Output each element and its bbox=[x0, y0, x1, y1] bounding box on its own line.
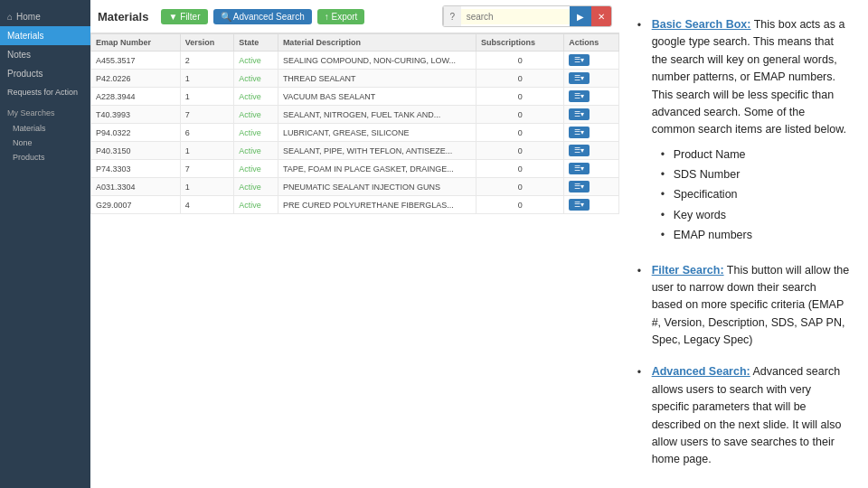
cell-version: 1 bbox=[180, 88, 234, 106]
table-row: P40.3150 1 Active SEALANT, PIPE, WITH TE… bbox=[91, 142, 619, 160]
documentation-panel: • Basic Search Box: This box acts as a g… bbox=[619, 0, 868, 488]
search-input[interactable] bbox=[461, 9, 570, 24]
cell-subscriptions: 0 bbox=[476, 88, 564, 106]
app-screenshot: ⌂ Home Materials Notes Products Requests… bbox=[0, 0, 619, 488]
cell-emap: T40.3993 bbox=[91, 106, 181, 124]
cell-actions: ☰▾ bbox=[564, 142, 618, 160]
search-help-icon[interactable]: ? bbox=[443, 6, 461, 26]
cell-state: Active bbox=[234, 142, 278, 160]
my-searches-none[interactable]: None bbox=[0, 136, 90, 150]
cell-actions: ☰▾ bbox=[564, 124, 618, 142]
cell-emap: A455.3517 bbox=[91, 52, 181, 70]
search-clear-button[interactable]: ✕ bbox=[591, 6, 611, 26]
cell-version: 1 bbox=[180, 142, 234, 160]
cell-actions: ☰▾ bbox=[564, 52, 618, 70]
doc-bullet-basic-search: • Basic Search Box: This box acts as a g… bbox=[637, 16, 850, 248]
cell-emap: A228.3944 bbox=[91, 88, 181, 106]
sidebar-item-materials[interactable]: Materials bbox=[0, 26, 90, 45]
cell-description: LUBRICANT, GREASE, SILICONE bbox=[278, 124, 476, 142]
cell-subscriptions: 0 bbox=[476, 178, 564, 196]
cell-subscriptions: 0 bbox=[476, 142, 564, 160]
my-searches-products[interactable]: Products bbox=[0, 150, 90, 164]
cell-version: 4 bbox=[180, 196, 234, 214]
table-row: T40.3993 7 Active SEALANT, NITROGEN, FUE… bbox=[91, 106, 619, 124]
col-version: Version bbox=[180, 34, 234, 52]
col-description: Material Description bbox=[278, 34, 476, 52]
cell-description: SEALING COMPOUND, NON-CURING, LOW... bbox=[278, 52, 476, 70]
col-state: State bbox=[234, 34, 278, 52]
row-action-button[interactable]: ☰▾ bbox=[569, 108, 590, 120]
search-go-button[interactable]: ▶ bbox=[570, 6, 591, 26]
cell-actions: ☰▾ bbox=[564, 106, 618, 124]
col-actions: Actions bbox=[564, 34, 618, 52]
cell-description: THREAD SEALANT bbox=[278, 70, 476, 88]
row-action-button[interactable]: ☰▾ bbox=[569, 145, 590, 156]
row-action-button[interactable]: ☰▾ bbox=[569, 90, 590, 102]
advanced-search-label: Advanced Search: bbox=[652, 365, 750, 378]
my-searches-label: My Searches bbox=[0, 105, 90, 121]
sidebar-item-requests[interactable]: Requests for Action bbox=[0, 83, 90, 101]
cell-version: 1 bbox=[180, 70, 234, 88]
row-action-button[interactable]: ☰▾ bbox=[569, 127, 590, 138]
sub-product-name-text: Product Name bbox=[674, 146, 746, 164]
sub-sds-number: • SDS Number bbox=[661, 166, 850, 183]
export-button[interactable]: ↑ Export bbox=[317, 9, 365, 24]
app-title: Materials bbox=[98, 10, 148, 23]
cell-state: Active bbox=[234, 52, 278, 70]
cell-subscriptions: 0 bbox=[476, 70, 564, 88]
search-icon: 🔍 bbox=[221, 12, 231, 22]
cell-actions: ☰▾ bbox=[564, 88, 618, 106]
cell-subscriptions: 0 bbox=[476, 160, 564, 178]
cell-subscriptions: 0 bbox=[476, 52, 564, 70]
cell-emap: P40.3150 bbox=[91, 142, 181, 160]
cell-emap: P94.0322 bbox=[91, 124, 181, 142]
advanced-search-text: Advanced search allows users to search w… bbox=[652, 365, 842, 465]
sub-specification-text: Specification bbox=[674, 186, 738, 203]
cell-version: 7 bbox=[180, 106, 234, 124]
advanced-search-button[interactable]: 🔍 Advanced Search bbox=[213, 9, 312, 24]
row-action-button[interactable]: ☰▾ bbox=[569, 72, 590, 84]
sub-sds-number-text: SDS Number bbox=[674, 166, 741, 183]
sidebar-item-home[interactable]: ⌂ Home bbox=[0, 7, 90, 26]
cell-description: VACUUM BAS SEALANT bbox=[278, 88, 476, 106]
my-searches-materials[interactable]: Materials bbox=[0, 121, 90, 136]
cell-subscriptions: 0 bbox=[476, 124, 564, 142]
table-header-row: Emap Number Version State Material Descr… bbox=[91, 34, 619, 52]
sub-emap-numbers: • EMAP numbers bbox=[661, 227, 850, 244]
cell-emap: A031.3304 bbox=[91, 178, 181, 196]
cell-subscriptions: 0 bbox=[476, 106, 564, 124]
cell-description: PNEUMATIC SEALANT INJECTION GUNS bbox=[278, 178, 476, 196]
filter-search-label: Filter Search: bbox=[652, 264, 724, 277]
doc-bullet-advanced-search: • Advanced Search: Advanced search allow… bbox=[637, 363, 850, 468]
filter-button[interactable]: ▼ Filter bbox=[161, 9, 207, 24]
cell-description: PRE CURED POLYURETHANE FIBERGLAS... bbox=[278, 196, 476, 214]
row-action-button[interactable]: ☰▾ bbox=[569, 163, 590, 174]
row-action-button[interactable]: ☰▾ bbox=[569, 199, 590, 211]
cell-version: 2 bbox=[180, 52, 234, 70]
sidebar-item-notes[interactable]: Notes bbox=[0, 45, 90, 64]
sub-keywords-text: Key words bbox=[674, 207, 726, 224]
home-icon: ⌂ bbox=[7, 12, 13, 22]
row-action-button[interactable]: ☰▾ bbox=[569, 181, 590, 192]
col-emap: Emap Number bbox=[91, 34, 181, 52]
cell-state: Active bbox=[234, 178, 278, 196]
table-row: P42.0226 1 Active THREAD SEALANT 0 ☰▾ bbox=[91, 70, 619, 88]
cell-subscriptions: 0 bbox=[476, 196, 564, 214]
row-action-button[interactable]: ☰▾ bbox=[569, 54, 590, 66]
filter-icon: ▼ bbox=[168, 12, 177, 22]
cell-state: Active bbox=[234, 88, 278, 106]
cell-version: 7 bbox=[180, 160, 234, 178]
doc-bullet-filter-search: • Filter Search: This button will allow … bbox=[637, 262, 850, 350]
table-row: P74.3303 7 Active TAPE, FOAM IN PLACE GA… bbox=[91, 160, 619, 178]
app-toolbar: Materials ▼ Filter 🔍 Advanced Search ↑ E… bbox=[90, 0, 619, 33]
cell-description: SEALANT, PIPE, WITH TEFLON, ANTISEZE... bbox=[278, 142, 476, 160]
table-row: A031.3304 1 Active PNEUMATIC SEALANT INJ… bbox=[91, 178, 619, 196]
sidebar-item-products[interactable]: Products bbox=[0, 64, 90, 83]
app-sidebar: ⌂ Home Materials Notes Products Requests… bbox=[0, 0, 90, 488]
cell-state: Active bbox=[234, 106, 278, 124]
table-row: G29.0007 4 Active PRE CURED POLYURETHANE… bbox=[91, 196, 619, 214]
cell-state: Active bbox=[234, 160, 278, 178]
cell-actions: ☰▾ bbox=[564, 70, 618, 88]
basic-search-subbullets: • Product Name • SDS Number • Specificat… bbox=[661, 146, 850, 245]
cell-version: 1 bbox=[180, 178, 234, 196]
